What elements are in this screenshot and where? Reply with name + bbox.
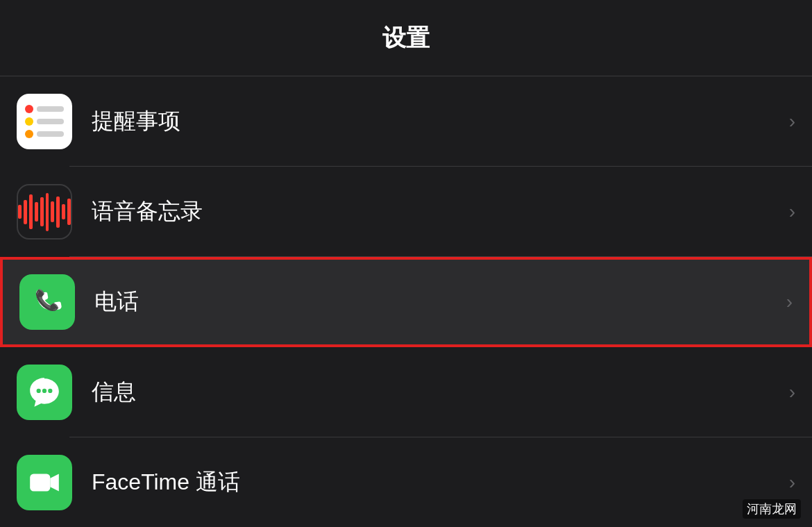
svg-rect-4 bbox=[30, 474, 50, 492]
facetime-icon bbox=[17, 455, 72, 510]
facetime-label: FaceTime 通话 bbox=[92, 467, 789, 498]
voice-memo-label: 语音备忘录 bbox=[92, 196, 789, 227]
reminders-icon bbox=[17, 94, 72, 149]
chevron-icon: › bbox=[789, 201, 795, 223]
messages-label: 信息 bbox=[92, 377, 789, 408]
phone-icon-svg: 📞 bbox=[31, 285, 64, 319]
voice-memo-icon bbox=[17, 184, 72, 240]
settings-item-facetime[interactable]: FaceTime 通话 › bbox=[0, 437, 812, 527]
settings-item-voice-memo[interactable]: 语音备忘录 › bbox=[0, 167, 812, 257]
settings-list: 提醒事项 › 语音备忘录 › 📞 bbox=[0, 76, 812, 527]
chevron-icon: › bbox=[786, 291, 793, 313]
svg-marker-5 bbox=[50, 474, 58, 492]
settings-item-phone[interactable]: 📞 电话 › bbox=[0, 257, 812, 347]
reminders-label: 提醒事项 bbox=[92, 106, 789, 137]
chevron-icon: › bbox=[789, 110, 795, 133]
messages-icon-svg bbox=[26, 374, 62, 410]
watermark: 河南龙网 bbox=[743, 499, 801, 519]
header: 设置 bbox=[0, 0, 812, 76]
settings-item-reminders[interactable]: 提醒事项 › bbox=[0, 76, 812, 167]
phone-label: 电话 bbox=[94, 287, 786, 317]
facetime-icon-svg bbox=[26, 465, 62, 501]
svg-text:📞: 📞 bbox=[35, 288, 60, 312]
page-title: 设置 bbox=[382, 22, 430, 54]
phone-icon: 📞 bbox=[19, 274, 75, 330]
svg-point-2 bbox=[42, 389, 46, 393]
messages-icon bbox=[17, 365, 72, 420]
chevron-icon: › bbox=[789, 381, 795, 403]
svg-point-3 bbox=[48, 389, 52, 393]
svg-point-1 bbox=[37, 389, 41, 393]
chevron-icon: › bbox=[789, 471, 795, 494]
settings-item-messages[interactable]: 信息 › bbox=[0, 347, 812, 437]
